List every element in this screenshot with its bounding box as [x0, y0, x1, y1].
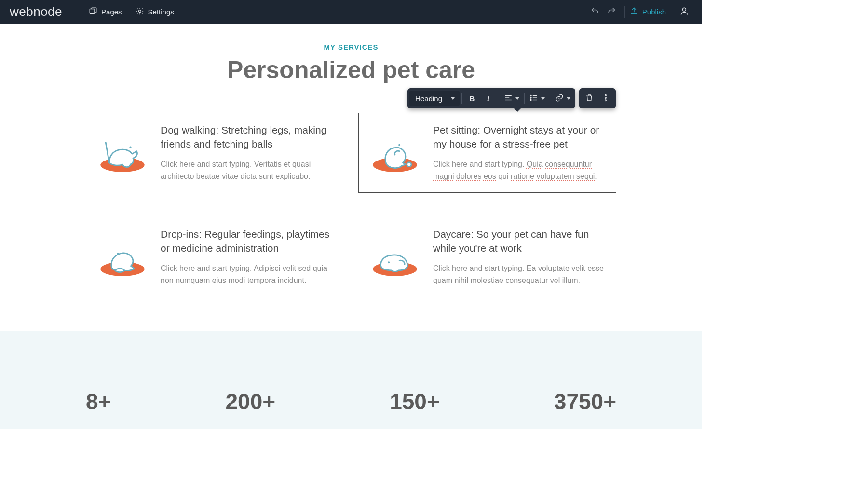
- page-canvas[interactable]: MY SERVICES Personalized pet care Dog wa…: [0, 24, 702, 429]
- divider: [671, 6, 671, 18]
- stat-value[interactable]: 150+: [390, 389, 440, 415]
- svg-point-8: [530, 95, 531, 96]
- service-illustration: [96, 123, 149, 176]
- stat-value[interactable]: 8+: [86, 389, 111, 415]
- italic-button[interactable]: I: [480, 90, 497, 107]
- stat-value[interactable]: 200+: [225, 389, 275, 415]
- svg-point-14: [605, 94, 607, 96]
- svg-point-9: [530, 97, 531, 98]
- svg-point-10: [530, 99, 531, 100]
- divider: [624, 6, 625, 18]
- redo-icon: [607, 6, 616, 17]
- service-body[interactable]: Click here and start typing. Ea voluptat…: [433, 262, 606, 287]
- gear-icon: [136, 7, 144, 17]
- svg-point-15: [605, 97, 607, 98]
- service-card[interactable]: Drop-ins: Regular feedings, playtimes or…: [86, 217, 344, 297]
- chevron-down-icon: [515, 97, 519, 100]
- stats-section[interactable]: 8+ 200+ 150+ 3750+: [0, 331, 702, 429]
- svg-point-21: [117, 253, 119, 255]
- more-vertical-icon: [601, 94, 610, 104]
- chevron-down-icon: [541, 97, 545, 100]
- service-body[interactable]: Click here and start typing. Adipisci ve…: [161, 262, 334, 287]
- service-body[interactable]: Click here and start typing. Quia conseq…: [433, 158, 606, 183]
- upload-icon: [630, 7, 638, 17]
- brand-logo: webnode: [10, 4, 62, 19]
- service-illustration: [368, 227, 421, 280]
- align-button[interactable]: [501, 90, 522, 107]
- svg-rect-0: [90, 9, 95, 14]
- svg-point-24: [388, 261, 390, 263]
- nav-settings-label: Settings: [148, 8, 174, 16]
- chevron-down-icon: [451, 97, 455, 100]
- trash-icon: [585, 94, 594, 104]
- section-eyebrow[interactable]: MY SERVICES: [0, 43, 702, 51]
- service-body[interactable]: Click here and start typing. Veritatis e…: [161, 158, 334, 183]
- nav-settings[interactable]: Settings: [136, 7, 174, 17]
- link-icon: [555, 94, 564, 104]
- app-topbar: webnode Pages Settings Publish: [0, 0, 702, 24]
- svg-point-4: [129, 146, 131, 148]
- delete-button[interactable]: [581, 90, 597, 107]
- service-illustration: [96, 227, 149, 280]
- undo-icon: [590, 6, 600, 17]
- nav-pages-label: Pages: [101, 8, 122, 16]
- service-card[interactable]: Daycare: So your pet can have fun while …: [358, 217, 616, 297]
- bold-button[interactable]: B: [464, 90, 480, 107]
- align-left-icon: [504, 94, 513, 104]
- svg-point-19: [407, 162, 411, 167]
- svg-point-18: [398, 144, 400, 146]
- text-style-select[interactable]: Heading: [409, 91, 460, 106]
- undo-button[interactable]: [587, 4, 603, 20]
- more-button[interactable]: [597, 90, 614, 107]
- svg-point-16: [605, 99, 607, 101]
- service-illustration: [368, 123, 421, 176]
- service-title[interactable]: Drop-ins: Regular feedings, playtimes or…: [161, 227, 334, 255]
- services-grid: Dog walking: Stretching legs, making fri…: [86, 113, 616, 297]
- stat-value[interactable]: 3750+: [554, 389, 616, 415]
- redo-button[interactable]: [603, 4, 620, 20]
- person-icon: [679, 6, 689, 17]
- publish-label: Publish: [642, 8, 666, 16]
- list-button[interactable]: [527, 90, 548, 107]
- svg-point-1: [138, 10, 141, 13]
- account-button[interactable]: [676, 4, 692, 20]
- service-title[interactable]: Dog walking: Stretching legs, making fri…: [161, 123, 334, 151]
- service-title[interactable]: Pet sitting: Overnight stays at your or …: [433, 123, 606, 151]
- publish-button[interactable]: Publish: [630, 7, 666, 17]
- service-card-selected[interactable]: Heading B I: [358, 113, 616, 193]
- svg-point-2: [683, 8, 686, 11]
- service-card[interactable]: Dog walking: Stretching legs, making fri…: [86, 113, 344, 193]
- chevron-down-icon: [567, 97, 570, 100]
- page-title[interactable]: Personalized pet care: [0, 56, 702, 84]
- text-style-label: Heading: [415, 94, 442, 103]
- link-button[interactable]: [552, 90, 573, 107]
- text-format-toolbar: Heading B I: [407, 88, 616, 108]
- svg-point-22: [115, 269, 124, 272]
- pages-icon: [89, 7, 97, 17]
- list-icon: [529, 94, 538, 104]
- service-title[interactable]: Daycare: So your pet can have fun while …: [433, 227, 606, 255]
- nav-pages[interactable]: Pages: [89, 7, 122, 17]
